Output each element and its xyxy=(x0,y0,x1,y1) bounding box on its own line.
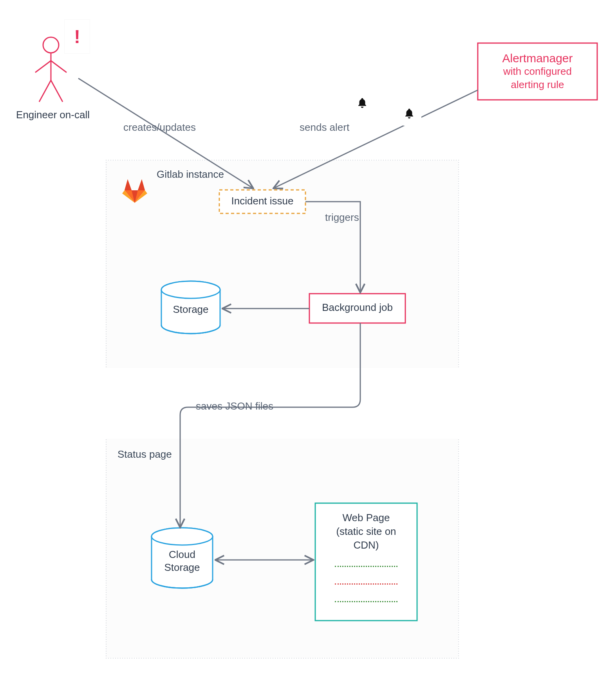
svg-line-5 xyxy=(39,80,51,102)
webpage-l1: Web Page xyxy=(343,512,390,524)
cloud-storage-l1: Cloud xyxy=(169,549,195,560)
status-page-title: Status page xyxy=(117,448,172,460)
background-job-label: Background job xyxy=(309,301,405,314)
svg-point-8 xyxy=(161,281,220,298)
svg-line-6 xyxy=(51,80,63,102)
webpage-l3: CDN) xyxy=(354,539,379,551)
status-line-green xyxy=(335,601,397,602)
svg-line-3 xyxy=(35,61,51,72)
alertmanager-sub2: alerting rule xyxy=(511,78,564,92)
cloud-storage-label: Cloud Storage xyxy=(152,548,213,574)
edge-label-sends-alert: sends alert xyxy=(300,121,349,134)
storage-label: Storage xyxy=(161,303,220,316)
alert-exclaim-icon: ! xyxy=(65,20,90,53)
engineer-label: Engineer on-call xyxy=(10,109,96,121)
svg-layer xyxy=(0,0,616,686)
bell-icon xyxy=(356,97,374,115)
alertmanager-sub1: with configured xyxy=(503,65,572,78)
engineer-stick-figure-icon xyxy=(35,37,67,102)
edge-label-saves-json: saves JSON files xyxy=(196,400,273,412)
webpage-l2: (static site on xyxy=(336,525,396,537)
alertmanager-title: Alertmanager xyxy=(502,52,573,65)
gitlab-instance-title: Gitlab instance xyxy=(157,168,224,181)
status-line-red xyxy=(335,583,397,585)
bell-icon xyxy=(403,108,421,126)
svg-line-4 xyxy=(51,61,67,72)
status-line-green xyxy=(335,566,397,567)
exclaim-glyph: ! xyxy=(74,26,80,47)
edge-label-triggers: triggers xyxy=(325,211,359,224)
svg-point-10 xyxy=(152,528,213,545)
web-page-label: Web Page (static site on CDN) xyxy=(315,511,417,552)
alertmanager-content: Alertmanager with configured alerting ru… xyxy=(478,43,597,100)
cloud-storage-l2: Storage xyxy=(164,561,200,573)
svg-point-1 xyxy=(43,37,59,53)
edge-label-creates-updates: creates/updates xyxy=(123,121,196,134)
diagram-canvas: { "actors": { "engineer_label": "Enginee… xyxy=(0,0,616,686)
incident-issue-label: Incident issue xyxy=(219,195,305,207)
